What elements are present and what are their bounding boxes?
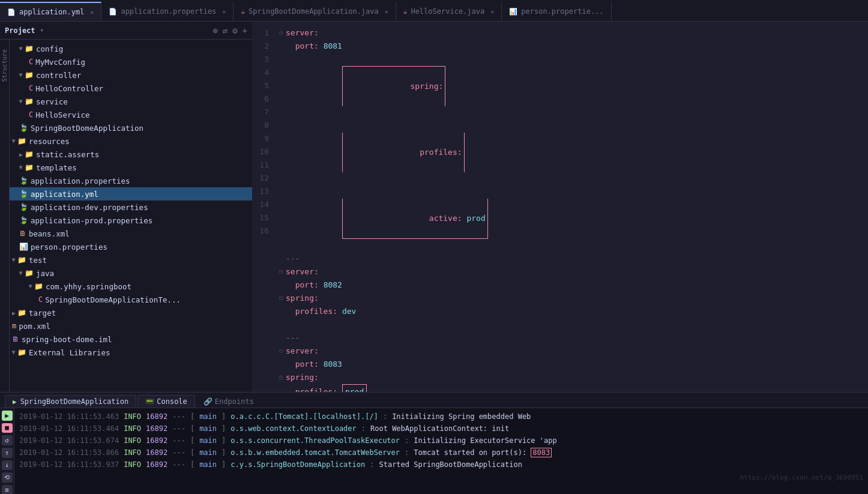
plus-icon[interactable]: + xyxy=(243,26,247,35)
props-icon-dev: 🍃 xyxy=(19,203,28,211)
chart-file-icon: 📊 xyxy=(19,242,28,251)
tree-item-resources[interactable]: ▶ 📁 resources xyxy=(10,134,252,148)
code-lines: ⊟ server: port: 8081 spring: xyxy=(276,22,868,392)
folder-icon-config: 📁 xyxy=(25,44,34,53)
java-icon: ☕ xyxy=(241,8,245,16)
iml-icon: 🗎 xyxy=(12,335,19,343)
code-line-3: spring: 激活使用prod环境 xyxy=(276,53,858,119)
log-msg-2: Root WebApplicationContext: init xyxy=(370,423,509,435)
line-numbers: 1 2 3 4 5 6 7 8 9 10 11 12 13 14 15 16 xyxy=(252,22,276,392)
tab-close-props[interactable]: ✕ xyxy=(222,8,226,15)
structure-tab[interactable]: Structure xyxy=(0,44,9,86)
chevron-resources: ▶ xyxy=(11,139,17,143)
run-btn[interactable]: ▶ xyxy=(2,411,13,421)
tree-item-comyhhy[interactable]: ▶ 📁 com.yhhy.springboot xyxy=(10,280,252,293)
tree-item-pomxml[interactable]: m pom.xml xyxy=(10,319,252,333)
sync-icon[interactable]: ⇄ xyxy=(223,26,228,35)
tree-item-springbootdome[interactable]: 🍃 SpringBootDomeApplication xyxy=(10,121,252,134)
tree-item-beansxml[interactable]: 🗎 beans.xml xyxy=(10,227,252,240)
tree-item-appprops[interactable]: 🍃 application.properties xyxy=(10,174,252,187)
port-highlight: 8083 xyxy=(531,448,552,457)
tree-item-target[interactable]: ▶ 📁 target xyxy=(10,306,252,319)
chevron-static: ▶ xyxy=(19,151,23,158)
run-label: ▶ SpringBootDomeApplication xyxy=(5,395,136,408)
tree-label-beansxml: beans.xml xyxy=(29,229,70,238)
chart-icon: 📊 xyxy=(509,8,517,16)
log-bracket-3: [ xyxy=(190,435,194,447)
tree-item-springboottestapp[interactable]: C SpringBootDomeApplicationTe... xyxy=(10,293,252,306)
tree-label-java: java xyxy=(36,269,54,278)
scroll-down-btn[interactable]: ↓ xyxy=(2,460,13,471)
add-icon[interactable]: ⊕ xyxy=(212,26,217,35)
tree-item-service[interactable]: ▶ 📁 service xyxy=(10,95,252,108)
tree-item-personprops[interactable]: 📊 person.properties xyxy=(10,240,252,253)
tree-item-java[interactable]: ▶ 📁 java xyxy=(10,267,252,280)
editor-area[interactable]: 1 2 3 4 5 6 7 8 9 10 11 12 13 14 15 16 xyxy=(252,22,868,392)
dropdown-icon[interactable]: ▾ xyxy=(40,26,44,34)
tab-close-java2[interactable]: ✕ xyxy=(490,8,494,15)
tab-person-properties[interactable]: 📊 person.propertie... xyxy=(502,2,611,21)
log-class-2: o.s.web.context.ContextLoader xyxy=(231,423,357,435)
log-pid-5: 16892 xyxy=(146,459,167,471)
stop-btn[interactable]: ■ xyxy=(2,423,13,433)
fold-15[interactable]: ⊟ xyxy=(276,373,286,382)
tab-application-properties[interactable]: 📄 application.properties ✕ xyxy=(101,2,234,21)
settings-icon[interactable]: ⚙ xyxy=(232,26,237,35)
endpoints-tab-label: Endpoints xyxy=(215,397,254,406)
tree-item-prodprops[interactable]: 🍃 application-prod.properties xyxy=(10,214,252,227)
wrap-btn[interactable]: ⟲ xyxy=(2,472,13,483)
fold-14 xyxy=(276,360,286,369)
fold-13[interactable]: ⊟ xyxy=(276,346,286,356)
tree-label-helloservice: HelloService xyxy=(35,110,89,119)
tree-item-templates[interactable]: ▶ 📁 templates xyxy=(10,161,252,174)
tab-application-yml[interactable]: 📄 application.yml ✕ xyxy=(0,2,101,21)
tree-item-test[interactable]: ▶ 📁 test xyxy=(10,253,252,267)
fold-9[interactable]: ⊟ xyxy=(276,294,286,303)
log-msg-1: Initializing Spring embedded Web xyxy=(392,411,531,423)
tab-close-java1[interactable]: ✕ xyxy=(385,8,388,15)
fold-1[interactable]: ⊟ xyxy=(276,28,286,38)
code-line-1: ⊟ server: xyxy=(276,26,858,40)
rerun-btn[interactable]: ↺ xyxy=(2,435,13,445)
tab-endpoints[interactable]: 🔗 Endpoints xyxy=(196,396,261,408)
tab-close-yml[interactable]: ✕ xyxy=(90,9,94,16)
log-thread-2: main xyxy=(199,423,217,435)
tree-item-helloservice[interactable]: C HelloService xyxy=(10,108,252,121)
log-date-4: 2019-01-12 16:11:53.866 xyxy=(19,447,119,459)
tree-label-target: target xyxy=(29,309,56,318)
tab-label: SpringBootDomeApplication.java xyxy=(249,7,379,16)
tree-item-iml[interactable]: 🗎 spring-boot-dome.iml xyxy=(10,333,252,346)
console-log-area[interactable]: 2019-01-12 16:11:53.463 INFO 16892 --- [… xyxy=(14,408,868,494)
tree-label-test: test xyxy=(29,256,47,265)
code-line-16: profiles: prod xyxy=(276,384,858,392)
tree-item-mymvcconfig[interactable]: C MyMvcConfig xyxy=(10,55,252,68)
tab-console[interactable]: 📟 Console xyxy=(137,395,195,408)
header-icons: ⊕ ⇄ ⚙ + xyxy=(212,26,247,35)
folder-icon-test: 📁 xyxy=(17,256,26,264)
tree-item-config[interactable]: ▶ 📁 config xyxy=(10,42,252,55)
tree-item-extlibs[interactable]: ▶ 📁 External Libraries xyxy=(10,346,252,359)
tree-item-hellocontroller[interactable]: C HelloController xyxy=(10,82,252,95)
filter-btn[interactable]: ≡ xyxy=(2,485,13,494)
tab-springboot-java[interactable]: ☕ SpringBootDomeApplication.java ✕ xyxy=(234,2,396,21)
scroll-up-btn[interactable]: ↑ xyxy=(2,448,13,458)
log-bracket-1: [ xyxy=(190,411,194,423)
java-icon-helloservice: C xyxy=(29,110,33,119)
log-bracket-2: [ xyxy=(190,423,194,435)
fold-7[interactable]: ⊟ xyxy=(276,267,286,277)
tree-label-service: service xyxy=(36,97,68,106)
log-line-3: 2019-01-12 16:11:53.674 INFO 16892 --- [… xyxy=(19,435,863,447)
code-line-7: ⊟ server: xyxy=(276,265,858,279)
tree-item-appyml[interactable]: 🍃 application.yml xyxy=(10,187,252,200)
tab-hello-service[interactable]: ☕ HelloService.java ✕ xyxy=(396,2,502,21)
code-text-8: port: 8082 xyxy=(286,279,342,292)
log-colon-4: : xyxy=(405,447,409,459)
log-cbracket-4: ] xyxy=(222,447,226,459)
tree-item-devprops[interactable]: 🍃 application-dev.properties xyxy=(10,200,252,214)
code-text-10: profiles: dev xyxy=(286,305,356,318)
props-icon: 📄 xyxy=(109,8,117,16)
log-level-4: INFO xyxy=(124,447,141,459)
tree-item-static[interactable]: ▶ 📁 static.asserts xyxy=(10,148,252,161)
fold-16 xyxy=(276,387,286,392)
tree-item-controller[interactable]: ▶ 📁 controller xyxy=(10,68,252,82)
